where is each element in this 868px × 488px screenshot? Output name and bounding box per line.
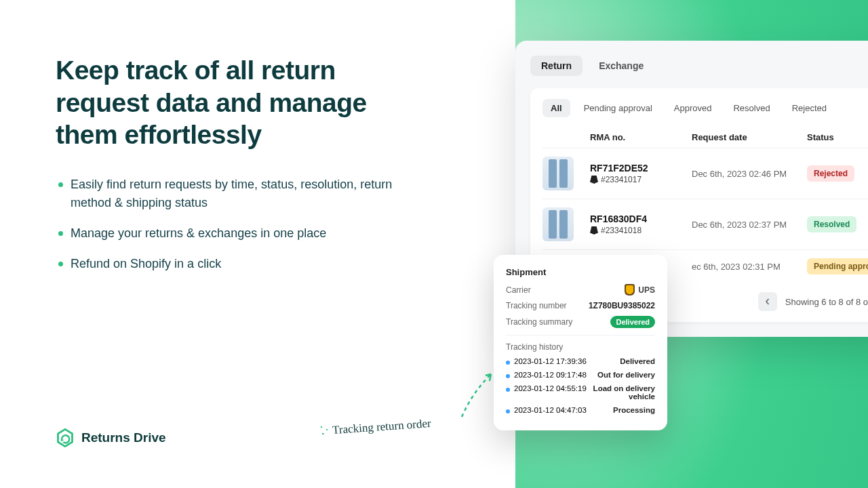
ups-icon bbox=[625, 284, 635, 296]
feature-item: Refund on Shopify in a click bbox=[56, 255, 435, 273]
pager-prev[interactable] bbox=[758, 292, 777, 311]
page-title: Keep track of all return request data an… bbox=[56, 54, 435, 151]
rma-cell: RF16830DF4 #23341018 bbox=[590, 214, 692, 235]
shipment-popover: Shipment Carrier UPS Tracking number 1Z7… bbox=[494, 255, 667, 430]
product-thumb bbox=[542, 157, 574, 190]
carrier-label: Carrier bbox=[506, 285, 531, 295]
table-row[interactable]: RF16830DF4 #23341018 Dec 6th, 2023 02:37… bbox=[542, 199, 868, 249]
left-panel: Keep track of all return request data an… bbox=[56, 54, 435, 285]
tracking-history-row: 2023-01-12 17:39:36 Delivered bbox=[506, 357, 655, 365]
product-logo: Returns Drive bbox=[56, 428, 166, 447]
tracking-number-label: Tracking number bbox=[506, 301, 567, 310]
request-date: ec 6th, 2023 02:31 PM bbox=[692, 262, 807, 272]
table-header: RMA no. Request date Status bbox=[542, 127, 868, 148]
shopify-icon bbox=[590, 176, 598, 184]
filter-pending[interactable]: Pending approval bbox=[576, 99, 660, 117]
request-date: Dec 6th, 2023 02:37 PM bbox=[692, 220, 807, 230]
tracking-summary-badge: Delivered bbox=[610, 316, 655, 328]
logo-icon bbox=[56, 428, 75, 447]
request-date: Dec 6th, 2023 02:46 PM bbox=[692, 169, 807, 179]
logo-text: Returns Drive bbox=[81, 430, 166, 445]
status-filter-row: All Pending approval Approved Resolved R… bbox=[542, 99, 868, 117]
handwritten-annotation: Tracking return order bbox=[332, 420, 431, 434]
filter-approved[interactable]: Approved bbox=[666, 99, 720, 117]
tracking-history-title: Tracking history bbox=[506, 342, 655, 352]
svg-marker-0 bbox=[58, 429, 73, 446]
rma-number: RF71F2DE52 bbox=[590, 163, 692, 174]
top-tabs: Return Exchange bbox=[530, 56, 868, 76]
order-number: #23341017 bbox=[601, 175, 642, 184]
tab-return[interactable]: Return bbox=[530, 56, 583, 76]
rma-number: RF16830DF4 bbox=[590, 214, 692, 224]
shipment-heading: Shipment bbox=[506, 267, 655, 277]
tracking-number-value: 1Z780BU9385022 bbox=[589, 301, 655, 310]
tracking-history-row: 2023-01-12 04:55:19 Load on delivery veh… bbox=[506, 384, 655, 401]
feature-list: Easily find return requests by time, sta… bbox=[56, 176, 435, 273]
filter-resolved[interactable]: Resolved bbox=[725, 99, 778, 117]
feature-item: Easily find return requests by time, sta… bbox=[56, 176, 435, 212]
table-row[interactable]: RF71F2DE52 #23341017 Dec 6th, 2023 02:46… bbox=[542, 148, 868, 199]
status-badge: Pending approval bbox=[807, 258, 868, 274]
shopify-icon bbox=[590, 226, 598, 235]
chevron-left-icon bbox=[764, 298, 771, 305]
col-date: Request date bbox=[692, 132, 807, 142]
filter-all[interactable]: All bbox=[542, 99, 570, 117]
tracking-history-row: 2023-01-12 09:17:48 Out for delivery bbox=[506, 371, 655, 379]
order-number: #23341018 bbox=[601, 226, 642, 235]
status-badge: Rejected bbox=[807, 165, 854, 182]
filter-rejected[interactable]: Rejected bbox=[784, 99, 835, 117]
tab-exchange[interactable]: Exchange bbox=[588, 56, 654, 76]
status-badge: Resolved bbox=[807, 216, 856, 232]
arrow-annotation-icon bbox=[458, 366, 499, 420]
tracking-summary-label: Tracking summary bbox=[506, 317, 572, 327]
rma-cell: RF71F2DE52 #23341017 bbox=[590, 163, 692, 184]
col-rma: RMA no. bbox=[590, 132, 692, 142]
col-status: Status bbox=[807, 132, 868, 142]
product-thumb bbox=[542, 207, 574, 241]
carrier-value: UPS bbox=[625, 284, 655, 296]
pager-text: Showing 6 to 8 of 8 o bbox=[785, 297, 868, 307]
divider bbox=[506, 335, 655, 336]
tracking-history-row: 2023-01-12 04:47:03 Processing bbox=[506, 406, 655, 414]
feature-item: Manage your returns & exchanges in one p… bbox=[56, 224, 435, 243]
